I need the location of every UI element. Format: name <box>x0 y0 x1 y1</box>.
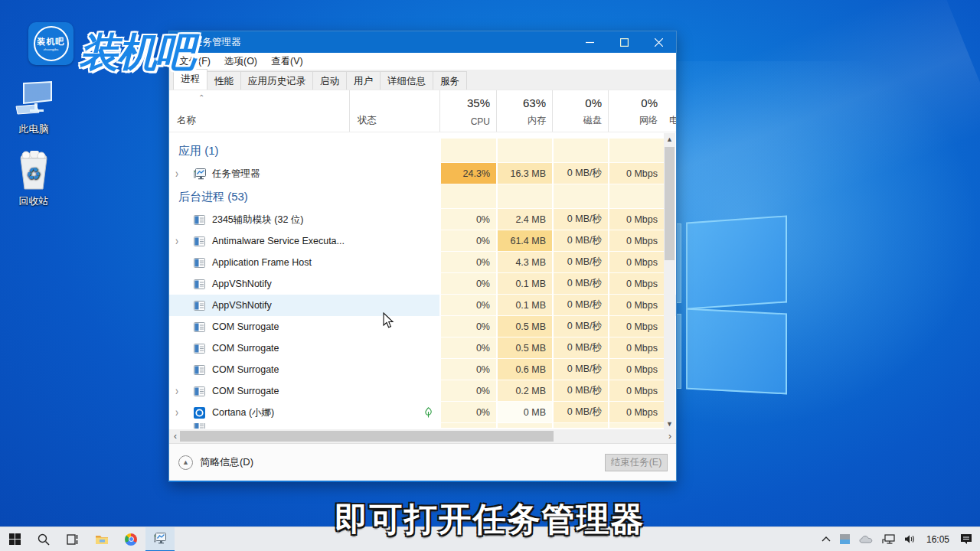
column-header-memory[interactable]: 63% 内存 <box>496 90 552 132</box>
close-button[interactable] <box>642 31 676 53</box>
desktop-icon-recycle-bin[interactable]: ♻ 回收站 <box>5 152 63 208</box>
end-task-button[interactable]: 结束任务(E) <box>605 454 668 471</box>
badge-text: 装机吧 <box>38 36 65 47</box>
net-usage-cell: 0 Mbps <box>608 402 664 423</box>
process-row[interactable]: ›COM Surrogate0%0.2 MB0 MB/秒0 Mbps <box>169 380 676 402</box>
tab-详细信息[interactable]: 详细信息 <box>380 71 433 90</box>
process-name-cell[interactable]: COM Surrogate <box>169 359 349 380</box>
process-row[interactable]: ›Antimalware Service Executa...0%61.4 MB… <box>169 230 676 252</box>
expand-chevron-icon[interactable]: › <box>175 384 186 398</box>
desktop-icon-label: 此电脑 <box>5 122 63 136</box>
expand-chevron-icon[interactable]: › <box>175 406 186 419</box>
tab-应用历史记录[interactable]: 应用历史记录 <box>240 71 313 90</box>
cpu-usage-cell: 0% <box>439 295 496 316</box>
mem-usage-cell <box>496 184 552 209</box>
mem-usage-cell: 0.6 MB <box>496 359 552 380</box>
process-name-cell[interactable]: ›任务管理器 <box>169 163 349 184</box>
process-icon <box>194 301 206 311</box>
process-name-cell[interactable]: AppVShNotify <box>169 273 349 295</box>
cpu-usage-cell: 24.3% <box>439 163 496 184</box>
memory-total-percent: 63% <box>523 96 546 109</box>
process-row[interactable]: ›Cortana (小娜)0%0 MB0 MB/秒0 Mbps <box>169 402 676 423</box>
column-headers: ⌃ 名称 状态 35% CPU 63% 内存 0% 磁盘 0% 网络 电 <box>169 90 676 132</box>
process-row[interactable]: Application Frame Host0%4.3 MB0 MB/秒0 Mb… <box>169 252 676 273</box>
cpu-usage-cell: 0% <box>439 337 496 359</box>
mem-usage-cell: 61.4 MB <box>496 230 552 252</box>
process-name: COM Surrogate <box>212 343 279 354</box>
group-header-row[interactable]: 后台进程 (53) <box>169 184 676 209</box>
scroll-up-icon[interactable]: ▲ <box>664 133 675 145</box>
cpu-usage-cell <box>439 184 496 209</box>
process-icon <box>194 322 206 332</box>
process-name-cell[interactable]: ›Antimalware Service Executa... <box>169 230 349 252</box>
process-name-cell[interactable]: ›Cortana (小娜) <box>169 402 349 423</box>
process-name-cell[interactable]: AppVShNotify <box>169 295 349 316</box>
cpu-usage-cell: 0% <box>439 359 496 380</box>
zhuangjiba-badge-logo: 装机吧 zhuangjiba <box>28 22 74 65</box>
expand-chevron-icon[interactable]: › <box>175 167 186 181</box>
scroll-down-icon[interactable]: ▼ <box>664 418 675 430</box>
vertical-scrollbar[interactable]: ▲ ▼ <box>664 133 675 430</box>
process-status-cell <box>349 252 439 273</box>
process-row[interactable]: COM Surrogate0%0.6 MB0 MB/秒0 Mbps <box>169 359 676 380</box>
column-header-power-partial[interactable]: 电 <box>669 114 677 127</box>
column-header-disk[interactable]: 0% 磁盘 <box>552 90 608 132</box>
column-header-network[interactable]: 0% 网络 <box>608 90 664 132</box>
process-status-cell <box>349 273 439 295</box>
partial-row <box>169 423 676 429</box>
tab-性能[interactable]: 性能 <box>207 71 241 90</box>
zhuangjiba-watermark-text: 装机吧 <box>79 26 194 80</box>
menu-item[interactable]: 选项(O) <box>217 53 264 70</box>
collapse-details-icon[interactable]: ▲ <box>178 455 193 470</box>
process-name: Cortana (小娜) <box>212 406 274 419</box>
net-usage-cell <box>608 423 664 429</box>
minimize-button[interactable] <box>573 31 607 53</box>
column-header-name[interactable]: ⌃ 名称 <box>169 90 349 132</box>
process-row[interactable]: AppVShNotify0%0.1 MB0 MB/秒0 Mbps <box>169 273 676 295</box>
mem-usage-cell: 0.5 MB <box>496 316 552 337</box>
vertical-scrollbar-thumb[interactable] <box>665 147 675 260</box>
recycle-bin-icon: ♻ <box>5 152 63 191</box>
column-header-status[interactable]: 状态 <box>349 90 439 132</box>
cpu-usage-cell: 0% <box>439 252 496 273</box>
tab-启动[interactable]: 启动 <box>312 71 347 90</box>
tab-bar: 进程性能应用历史记录启动用户详细信息服务 <box>169 70 676 90</box>
horizontal-scrollbar[interactable]: ‹ › <box>169 429 676 443</box>
details-toggle-label[interactable]: 简略信息(D) <box>200 455 253 469</box>
process-status-cell <box>349 402 439 423</box>
expand-chevron-icon[interactable]: › <box>175 234 186 248</box>
process-list: 应用 (1)›任务管理器24.3%16.3 MB0 MB/秒0 Mbps后台进程… <box>169 132 676 429</box>
process-row[interactable]: AppVShNotify0%0.1 MB0 MB/秒0 Mbps <box>169 295 676 316</box>
process-name-cell[interactable]: ›COM Surrogate <box>169 380 349 402</box>
scroll-right-icon[interactable]: › <box>664 431 676 442</box>
disk-total-percent: 0% <box>585 96 602 109</box>
net-usage-cell: 0 Mbps <box>608 380 664 402</box>
horizontal-scrollbar-thumb[interactable] <box>180 431 554 442</box>
net-usage-cell: 0 Mbps <box>608 273 664 295</box>
process-row[interactable]: 2345辅助模块 (32 位)0%2.4 MB0 MB/秒0 Mbps <box>169 209 676 230</box>
process-row[interactable]: ›任务管理器24.3%16.3 MB0 MB/秒0 Mbps <box>169 163 676 184</box>
net-usage-cell: 0 Mbps <box>608 230 664 252</box>
desktop-icon-this-pc[interactable]: 此电脑 <box>5 80 63 136</box>
maximize-button[interactable] <box>607 31 642 53</box>
process-icon <box>194 258 206 268</box>
badge-subtext: zhuangjiba <box>44 47 58 51</box>
process-name-cell[interactable]: COM Surrogate <box>169 337 349 359</box>
process-name: 任务管理器 <box>212 168 260 181</box>
network-total-percent: 0% <box>641 96 658 109</box>
menu-item[interactable]: 查看(V) <box>264 53 310 70</box>
tab-服务[interactable]: 服务 <box>433 71 467 90</box>
process-name-cell[interactable]: Application Frame Host <box>169 252 349 273</box>
cpu-usage-cell: 0% <box>439 209 496 230</box>
process-name-cell[interactable]: 2345辅助模块 (32 位) <box>169 209 349 230</box>
titlebar[interactable]: 任务管理器 <box>169 31 676 53</box>
column-header-cpu[interactable]: 35% CPU <box>439 90 496 132</box>
process-row[interactable]: COM Surrogate0%0.5 MB0 MB/秒0 Mbps <box>169 316 676 337</box>
mem-usage-cell: 0.2 MB <box>496 380 552 402</box>
process-name-cell[interactable]: COM Surrogate <box>169 316 349 337</box>
group-header-row[interactable]: 应用 (1) <box>169 139 676 163</box>
tab-用户[interactable]: 用户 <box>346 71 381 90</box>
mem-usage-cell: 0.1 MB <box>496 273 552 295</box>
mem-usage-cell: 2.4 MB <box>496 209 552 230</box>
process-row[interactable]: COM Surrogate0%0.5 MB0 MB/秒0 Mbps <box>169 337 676 359</box>
